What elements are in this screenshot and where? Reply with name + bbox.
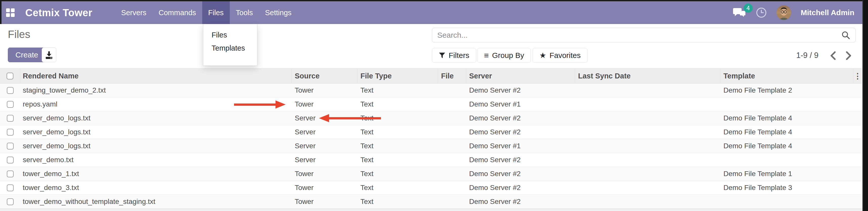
column-header-file[interactable]: File: [438, 68, 466, 83]
dropdown-item-files[interactable]: Files: [203, 28, 257, 41]
table-row[interactable]: server_demo.txt Server Text Demo Server …: [0, 153, 862, 167]
row-checkbox[interactable]: [7, 129, 14, 135]
star-icon: ★: [539, 52, 546, 59]
cell-server: Demo Server #2: [466, 128, 575, 136]
search-icon[interactable]: [841, 31, 850, 40]
column-header-server[interactable]: Server: [466, 68, 575, 83]
files-table: Rendered Name Source File Type File Serv…: [0, 68, 862, 209]
messages-count-badge: 4: [744, 4, 753, 13]
user-name[interactable]: Mitchell Admin: [801, 8, 854, 17]
row-checkbox-cell: [0, 115, 20, 122]
row-checkbox[interactable]: [7, 198, 14, 205]
row-checkbox[interactable]: [7, 184, 14, 191]
dropdown-item-templates[interactable]: Templates: [203, 41, 257, 55]
cell-template: Demo File Template 4: [720, 128, 853, 136]
main-menu: Servers Commands Files Tools Settings: [115, 1, 298, 24]
pager-range: 1-9 / 9: [796, 48, 818, 63]
table-row[interactable]: tower_demo_3.txt Tower Text Demo Server …: [0, 181, 862, 195]
column-header-file-type[interactable]: File Type: [358, 68, 438, 83]
row-checkbox[interactable]: [7, 157, 14, 163]
menu-item-tools[interactable]: Tools: [230, 1, 259, 24]
user-avatar[interactable]: [776, 5, 791, 20]
table-row[interactable]: tower_demo_1.txt Tower Text Demo Server …: [0, 167, 862, 181]
pager-previous-button[interactable]: [830, 51, 836, 60]
favorites-button[interactable]: ★ Favorites: [533, 48, 587, 63]
cell-file-type: Text: [358, 170, 438, 178]
download-tray-icon: [45, 51, 53, 59]
cell-template: Demo File Template 3: [720, 184, 853, 192]
group-by-button[interactable]: ≡ Group By: [477, 48, 531, 63]
chevron-left-icon: [830, 51, 836, 60]
cell-source: Server: [292, 128, 358, 136]
favorites-label: Favorites: [550, 51, 581, 60]
row-checkbox-cell: [0, 87, 20, 94]
cell-rendered-name: server_demo.txt: [20, 156, 292, 164]
table-row[interactable]: repos.yaml Tower Text Demo Server #1: [0, 97, 862, 111]
column-header-rendered-name[interactable]: Rendered Name: [20, 68, 292, 83]
cell-server: Demo Server #2: [466, 198, 575, 206]
cell-template: Demo File Template 2: [720, 86, 853, 94]
row-checkbox-cell: [0, 198, 20, 205]
cell-file-type: Text: [358, 156, 438, 164]
table-row[interactable]: staging_tower_demo_2.txt Tower Text Demo…: [0, 84, 862, 97]
upload-button[interactable]: [42, 48, 56, 62]
select-all-checkbox-cell: [0, 68, 20, 83]
cell-source: Tower: [292, 198, 358, 206]
row-checkbox-cell: [0, 129, 20, 135]
annotation-arrow-left: [319, 114, 381, 122]
cell-rendered-name: tower_demo_without_template_staging.txt: [20, 198, 292, 206]
funnel-icon: [439, 52, 445, 59]
column-header-template[interactable]: Template: [720, 68, 853, 83]
cell-rendered-name: server_demo_logs.txt: [20, 128, 292, 136]
table-row[interactable]: server_demo_logs.txt Server Text Demo Se…: [0, 111, 862, 125]
menu-item-files[interactable]: Files: [202, 1, 230, 24]
menu-item-settings[interactable]: Settings: [259, 1, 298, 24]
filters-button[interactable]: Filters: [432, 48, 476, 63]
cell-file-type: Text: [358, 184, 438, 192]
optional-columns-toggle[interactable]: ⋮: [853, 68, 862, 83]
activities-clock-icon[interactable]: [756, 7, 767, 18]
row-checkbox[interactable]: [7, 171, 14, 177]
cell-template: Demo File Template 1: [720, 170, 853, 178]
row-checkbox-cell: [0, 157, 20, 163]
cell-source: Server: [292, 142, 358, 150]
list-bottom-strip: [0, 209, 862, 211]
pager-next-button[interactable]: [845, 51, 852, 60]
cell-source: Server: [292, 156, 358, 164]
table-body: staging_tower_demo_2.txt Tower Text Demo…: [0, 84, 862, 209]
cell-rendered-name: staging_tower_demo_2.txt: [20, 86, 292, 94]
messages-button[interactable]: 4: [733, 7, 746, 18]
apps-menu-icon[interactable]: [6, 8, 15, 17]
cell-server: Demo Server #2: [466, 156, 575, 164]
row-checkbox[interactable]: [7, 143, 14, 150]
table-row[interactable]: server_demo_logs.txt Server Text Demo Se…: [0, 125, 862, 139]
cell-server: Demo Server #2: [466, 170, 575, 178]
row-checkbox-cell: [0, 101, 20, 108]
screenshot-frame-right: [862, 0, 868, 211]
page-title: Files: [8, 28, 30, 40]
row-checkbox[interactable]: [7, 87, 14, 94]
cell-source: Tower: [292, 86, 358, 94]
search-input[interactable]: [437, 31, 841, 39]
cell-template: Demo File Template 4: [720, 142, 853, 150]
select-all-checkbox[interactable]: [7, 72, 13, 80]
search-bar: [432, 28, 856, 42]
column-header-last-sync-date[interactable]: Last Sync Date: [575, 68, 720, 83]
chevron-right-icon: [845, 51, 852, 60]
cell-file-type: Text: [358, 142, 438, 150]
table-row[interactable]: server_demo_logs.txt Server Text Demo Se…: [0, 139, 862, 153]
cell-server: Demo Server #2: [466, 86, 575, 94]
cell-file-type: Text: [358, 128, 438, 136]
row-checkbox[interactable]: [7, 115, 14, 122]
column-header-source[interactable]: Source: [292, 68, 358, 83]
navbar: Cetmix Tower Servers Commands Files Tool…: [0, 1, 868, 24]
cell-source: Tower: [292, 184, 358, 192]
create-button[interactable]: Create: [8, 48, 46, 62]
screenshot-frame-left: [0, 0, 2, 24]
table-row[interactable]: tower_demo_without_template_staging.txt …: [0, 195, 862, 209]
row-checkbox[interactable]: [7, 101, 14, 108]
cell-server: Demo Server #1: [466, 142, 575, 150]
screenshot-frame-top: [0, 0, 868, 1]
menu-item-servers[interactable]: Servers: [115, 1, 152, 24]
menu-item-commands[interactable]: Commands: [152, 1, 202, 24]
